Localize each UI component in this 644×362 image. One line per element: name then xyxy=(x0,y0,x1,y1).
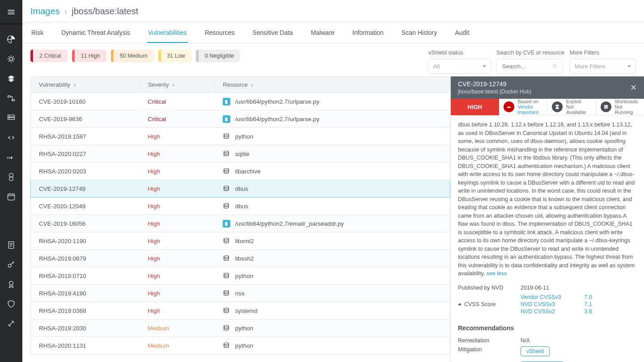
column-header-severity[interactable]: Severity▲▼ xyxy=(140,77,215,93)
resource-cell: dbus xyxy=(215,180,450,198)
search-input[interactable] xyxy=(501,63,549,70)
nav-settings[interactable] xyxy=(7,319,16,328)
table-row[interactable]: CVE-2019-16056High/usr/lib64/python2.7/e… xyxy=(31,215,450,232)
package-icon xyxy=(223,324,230,332)
table-row[interactable]: RHSA-2019:1587Highpython xyxy=(31,128,450,145)
package-icon xyxy=(223,133,230,140)
tab-resources[interactable]: Resources xyxy=(204,22,236,43)
table-row[interactable]: RHSA-2019:0710Highpython xyxy=(31,267,450,285)
nav-security[interactable] xyxy=(7,299,16,308)
tab-audit[interactable]: Audit xyxy=(454,22,470,43)
severity-pill-medium[interactable]: 50 Medium xyxy=(111,50,154,62)
cvss-row[interactable]: Vendor CVSSv37.0 xyxy=(521,294,592,301)
severity-pill-high[interactable]: 11 High xyxy=(72,50,106,62)
chevron-down-icon xyxy=(627,65,631,67)
nav-calendar[interactable] xyxy=(7,192,16,201)
vshield-button[interactable]: vShield xyxy=(521,346,550,356)
more-filters-label: More Filters xyxy=(570,50,636,56)
nav-cve[interactable]: CVƎ xyxy=(7,153,16,162)
svg-point-25 xyxy=(557,106,558,107)
table-row[interactable]: RHSA-2020:0227Highsqlite xyxy=(31,145,450,163)
panel-title: CVE-2019-12749 xyxy=(458,80,531,88)
tab-vulnerabilities[interactable]: Vulnerabilities xyxy=(147,22,188,43)
svg-rect-1 xyxy=(8,96,10,97)
mitigation-label: Mitigation xyxy=(458,346,513,356)
column-header-resource[interactable]: Resource▲▼ xyxy=(215,77,450,93)
nav-policies[interactable] xyxy=(7,173,16,181)
svg-point-21 xyxy=(224,290,229,292)
nav-infrastructure[interactable] xyxy=(7,114,16,122)
nav-secrets[interactable] xyxy=(7,260,16,269)
table-row[interactable]: RHSA-2019:0679Highlibssh2 xyxy=(31,250,450,267)
vshield-select[interactable]: All xyxy=(428,59,491,74)
vuln-id: CVE-2019-12749 xyxy=(31,180,140,198)
table-row[interactable]: RHSA-2020:0203Highlibarchive xyxy=(31,163,450,180)
severity-pill-negligible[interactable]: 0 Negligible xyxy=(196,50,240,62)
calendar-icon xyxy=(7,192,16,201)
table-row[interactable]: RHSA-2019:0368Highsystemd xyxy=(31,302,450,320)
svg-point-20 xyxy=(224,273,229,275)
severity-pill-low[interactable]: 31 Low xyxy=(158,50,191,62)
pie-chart-icon xyxy=(7,35,16,44)
svg-point-6 xyxy=(9,118,10,119)
file-badge-icon xyxy=(223,220,230,227)
table-row[interactable]: RHSA-2019:4190Highnss xyxy=(31,285,450,302)
shield-icon xyxy=(7,299,16,308)
nav-runtime[interactable] xyxy=(7,55,16,63)
tools-icon xyxy=(7,319,16,328)
app-sidebar: CVƎ xyxy=(0,0,22,362)
tab-information[interactable]: Information xyxy=(352,22,385,43)
table-row[interactable]: CVE-2019-10160Critical/usr/lib64/python2… xyxy=(31,93,450,110)
code-icon xyxy=(7,133,16,142)
nav-functions[interactable] xyxy=(7,94,16,103)
tab-sensitive-data[interactable]: Sensitive Data xyxy=(252,22,294,43)
package-icon xyxy=(223,290,230,297)
tab-scan-history[interactable]: Scan History xyxy=(401,22,438,43)
table-row[interactable]: RHSA-2020:1190Highlibxml2 xyxy=(31,232,450,250)
resource-cell: python xyxy=(215,337,450,354)
layers-icon xyxy=(7,74,16,83)
svg-point-18 xyxy=(224,238,229,240)
helm-icon xyxy=(7,55,16,63)
tab-risk[interactable]: Risk xyxy=(30,22,44,43)
see-less-link[interactable]: see less xyxy=(487,270,507,277)
menu-toggle-button[interactable] xyxy=(0,0,22,24)
severity-cell: High xyxy=(140,163,215,180)
server-icon xyxy=(601,101,611,112)
caret-up-icon[interactable] xyxy=(458,303,462,305)
severity-cell: High xyxy=(140,250,215,267)
severity-pill-critical[interactable]: 2 Critical xyxy=(30,50,68,62)
package-icon xyxy=(223,255,230,262)
svg-point-23 xyxy=(224,325,229,327)
breadcrumb-root[interactable]: Images xyxy=(30,6,60,17)
vuln-id: CVE-2019-16056 xyxy=(31,215,140,232)
severity-cell: High xyxy=(140,302,215,320)
nav-compliance[interactable] xyxy=(7,280,16,289)
tab-malware[interactable]: Malware xyxy=(310,22,335,43)
table-row[interactable]: CVE-2020-12049Highdbus xyxy=(31,198,450,215)
more-filters-select[interactable]: More Filters xyxy=(570,59,636,74)
info-tile: ExploitNot Available xyxy=(547,99,596,115)
column-header-vulnerability[interactable]: Vulnerability▲▼ xyxy=(31,77,140,93)
panel-subtitle: jboss/base:latest (Docker Hub) xyxy=(458,88,531,95)
resource-cell: libarchive xyxy=(215,163,450,180)
table-row[interactable]: RHSA-2019:2030Mediumpython xyxy=(31,320,450,337)
nav-reports[interactable] xyxy=(7,240,16,249)
nav-dashboard[interactable] xyxy=(7,35,16,44)
published-label: Published by NVD xyxy=(458,285,513,291)
cvss-row[interactable]: NVD CVSSv37.1 xyxy=(521,301,592,308)
close-button[interactable]: ✕ xyxy=(630,83,637,93)
svg-point-0 xyxy=(10,58,13,61)
nav-images[interactable] xyxy=(7,74,16,83)
vuln-id: CVE-2020-12049 xyxy=(31,198,140,215)
table-row[interactable]: CVE-2019-9636Critical/usr/lib64/python2.… xyxy=(31,110,450,128)
severity-tile: HIGH xyxy=(451,99,499,115)
tab-dynamic-threat-analysis[interactable]: Dynamic Threat Analysis xyxy=(60,22,131,43)
cvss-row[interactable]: NVD CVSSv23.6 xyxy=(521,308,592,315)
table-row[interactable]: RHSA-2020:1131Mediumpython xyxy=(31,337,450,354)
table-row[interactable]: CVE-2019-12749Highdbus xyxy=(31,180,450,198)
svg-rect-4 xyxy=(8,118,15,119)
vuln-id: RHSA-2019:2030 xyxy=(31,320,140,337)
nav-code[interactable] xyxy=(7,133,16,142)
severity-cell: High xyxy=(140,198,215,215)
